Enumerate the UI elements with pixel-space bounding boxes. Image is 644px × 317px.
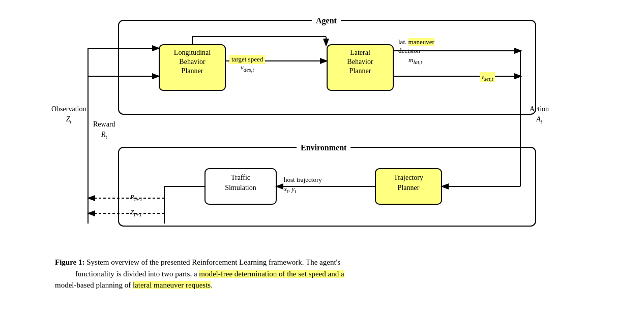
z-t1-label: Zt+1 [130, 208, 142, 217]
action-label: ActionAt [530, 104, 549, 125]
figure-label: Figure 1: [55, 258, 84, 266]
host-traj-label: host trajectoryxt, yt [284, 175, 322, 195]
traffic-sim-text: TrafficSimulation [207, 173, 275, 193]
observation-label: ObservationZt [51, 104, 86, 125]
environment-label: Environment [297, 143, 350, 152]
caption-text2: functionality is divided into two parts,… [75, 270, 199, 278]
reward-label: RewardRt [93, 119, 115, 141]
caption-text3: model-based planning of [55, 281, 133, 289]
r-t1-label: Rt+1 [130, 193, 142, 202]
diagram-svg [42, 10, 602, 249]
caption-text4: . [211, 281, 213, 289]
m-lat-label: mlat,t [408, 56, 422, 65]
lat-planner-text: LateralBehaviorPlanner [329, 48, 392, 76]
caption-highlight1: model-free determination of the set spee… [199, 270, 344, 278]
diagram: Agent Environment LongitudinalBehaviorPl… [42, 10, 602, 249]
caption-text1: System overview of the presented Reinfor… [84, 258, 340, 266]
caption-highlight2: lateral maneuver requests [133, 281, 211, 289]
v-des-label: vdes,t [241, 64, 254, 73]
figure-caption: Figure 1: System overview of the present… [55, 257, 589, 291]
lat-maneuver-label: lat. maneuverdecision [398, 38, 434, 55]
agent-label: Agent [312, 16, 341, 25]
target-speed-label: target speed [229, 55, 265, 64]
v-set-label: vset,t [480, 72, 495, 82]
long-planner-text: LongitudinalBehaviorPlanner [161, 48, 224, 76]
traj-planner-text: TrajectoryPlanner [377, 173, 440, 193]
